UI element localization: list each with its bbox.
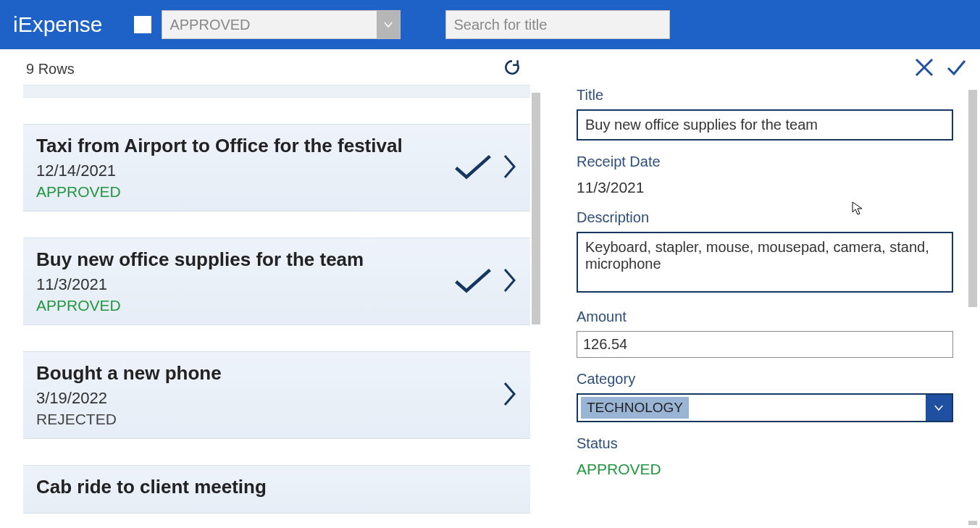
- description-input[interactable]: [577, 232, 953, 293]
- receipt-date-label: Receipt Date: [577, 154, 953, 170]
- expense-card[interactable]: Buy new office supplies for the team 11/…: [23, 238, 530, 325]
- expense-date: 12/14/2021: [36, 162, 453, 180]
- chevron-right-icon[interactable]: [503, 154, 517, 183]
- scrollbar-thumb[interactable]: [532, 93, 540, 324]
- chevron-right-icon[interactable]: [503, 267, 517, 296]
- expense-status: REJECTED: [36, 411, 503, 428]
- expense-title: Buy new office supplies for the team: [36, 248, 453, 271]
- status-label: Status: [577, 435, 953, 452]
- detail-panel: Title Receipt Date 11/3/2021 Description…: [543, 49, 980, 528]
- top-bar: iExpense APPROVED Search for title: [0, 0, 980, 49]
- amount-label: Amount: [577, 309, 953, 325]
- title-label: Title: [577, 87, 953, 104]
- expense-date: 11/3/2021: [36, 275, 453, 294]
- expense-title: Taxi from Airport to Office for the fest…: [36, 135, 453, 157]
- expense-title: Bought a new phone: [36, 362, 503, 385]
- check-icon: [453, 266, 493, 298]
- mouse-cursor-icon: [852, 201, 863, 216]
- amount-input[interactable]: [577, 331, 953, 358]
- receipt-date-value: 11/3/2021: [577, 176, 953, 196]
- expense-date: 3/19/2022: [36, 389, 503, 408]
- expense-card[interactable]: Taxi from Airport to Office for the fest…: [23, 124, 530, 211]
- chevron-down-icon: [377, 11, 400, 38]
- expense-card[interactable]: Cab ride to client meeting: [23, 465, 530, 514]
- app-title: iExpense: [13, 12, 102, 37]
- category-label: Category: [577, 371, 953, 387]
- scrollbar-thumb[interactable]: [968, 90, 977, 307]
- list-scrollbar[interactable]: [532, 93, 540, 528]
- chevron-down-icon: [926, 395, 952, 421]
- check-icon: [453, 152, 493, 184]
- expense-status: APPROVED: [36, 297, 453, 314]
- detail-scrollbar[interactable]: [968, 90, 977, 525]
- expense-title: Cab ride to client meeting: [36, 476, 517, 498]
- category-value: TECHNOLOGY: [581, 397, 689, 419]
- expense-card[interactable]: Bought a new phone 3/19/2022 REJECTED: [23, 351, 530, 439]
- description-label: Description: [577, 209, 953, 226]
- search-input[interactable]: Search for title: [445, 10, 670, 39]
- status-value: APPROVED: [577, 458, 953, 478]
- search-placeholder: Search for title: [453, 17, 547, 33]
- confirm-check-icon[interactable]: [945, 56, 967, 81]
- category-select[interactable]: TECHNOLOGY: [577, 393, 953, 422]
- title-input[interactable]: [577, 109, 953, 141]
- row-count: 9 Rows: [26, 61, 75, 77]
- expense-list-panel: 9 Rows Taxi from Airport to Office for t…: [0, 49, 543, 528]
- expense-status: APPROVED: [36, 183, 453, 201]
- close-icon[interactable]: [913, 56, 935, 81]
- chevron-right-icon[interactable]: [503, 381, 517, 410]
- filter-checkbox[interactable]: [134, 16, 151, 33]
- scrollbar-thumb-bottom[interactable]: [968, 521, 977, 525]
- status-filter-select[interactable]: APPROVED: [162, 10, 401, 39]
- status-filter-value: APPROVED: [169, 17, 250, 33]
- refresh-icon[interactable]: [503, 58, 522, 80]
- list-strip: [23, 85, 530, 98]
